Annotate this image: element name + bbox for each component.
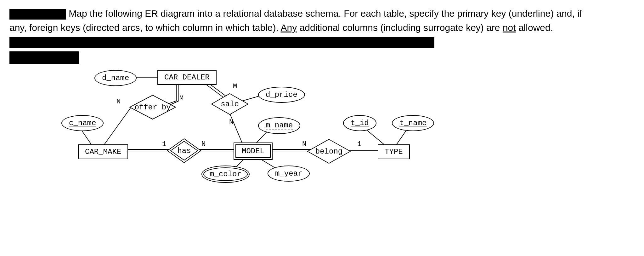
attr-m-name-label: m_name <box>266 121 293 130</box>
er-diagram: d_name CAR_DEALER c_name CAR_MAKE offer … <box>0 63 644 252</box>
attr-t-id: t_id <box>343 115 376 131</box>
redacted-2 <box>9 37 434 48</box>
entity-type: TYPE <box>378 144 410 159</box>
attr-d-name-label: d_name <box>102 74 129 82</box>
rel-sale: sale <box>211 93 249 115</box>
card-belong-type: 1 <box>357 140 361 148</box>
attr-d-price-label: d_price <box>266 90 297 99</box>
attr-m-name: m_name <box>258 117 300 134</box>
rel-has: has <box>167 138 201 163</box>
redacted-1 <box>9 9 66 20</box>
instruction-text-3: allowed. <box>516 22 553 33</box>
entity-car-dealer-label: CAR_DEALER <box>164 73 210 82</box>
rel-sale-label: sale <box>211 93 249 115</box>
card-offer-by-make: N <box>116 98 121 106</box>
card-sale-dealer: M <box>233 83 237 90</box>
attr-t-name: t_name <box>392 115 434 131</box>
attr-m-year-label: m_year <box>275 169 302 178</box>
attr-t-name-label: t_name <box>399 119 427 127</box>
attr-c-name-label: c_name <box>69 119 96 127</box>
entity-car-make-label: CAR_MAKE <box>85 148 121 156</box>
svg-line-7 <box>104 106 132 145</box>
rel-belong: belong <box>307 139 351 164</box>
instruction-not: not <box>503 22 516 33</box>
entity-car-make: CAR_MAKE <box>78 144 128 159</box>
attr-m-color-label: m_color <box>210 170 241 178</box>
rel-has-label: has <box>167 138 201 163</box>
rel-offer-by: offer by <box>129 95 176 120</box>
rel-belong-label: belong <box>307 139 351 164</box>
card-has-model: N <box>201 140 206 148</box>
rel-offer-by-label: offer by <box>129 95 176 120</box>
card-has-make: 1 <box>162 140 166 148</box>
attr-t-id-label: t_id <box>351 119 369 127</box>
attr-d-price: d_price <box>258 87 305 103</box>
attr-d-name: d_name <box>94 70 137 86</box>
entity-car-dealer: CAR_DEALER <box>157 70 217 85</box>
card-offer-by-dealer: M <box>179 95 184 102</box>
instruction-any: Any <box>281 22 297 33</box>
entity-model-label: MODEL <box>242 147 264 155</box>
instruction-block: Map the following ER diagram into a rela… <box>9 6 592 64</box>
entity-type-label: TYPE <box>385 148 403 156</box>
redacted-3 <box>9 51 79 64</box>
card-sale-model: N <box>229 118 233 126</box>
card-belong-model: N <box>302 140 306 148</box>
attr-m-color: m_color <box>201 166 250 183</box>
entity-model: MODEL <box>234 143 273 160</box>
attr-m-year: m_year <box>268 166 310 182</box>
instruction-text-2: additional columns (including surrogate … <box>297 22 503 33</box>
attr-c-name: c_name <box>61 115 104 131</box>
